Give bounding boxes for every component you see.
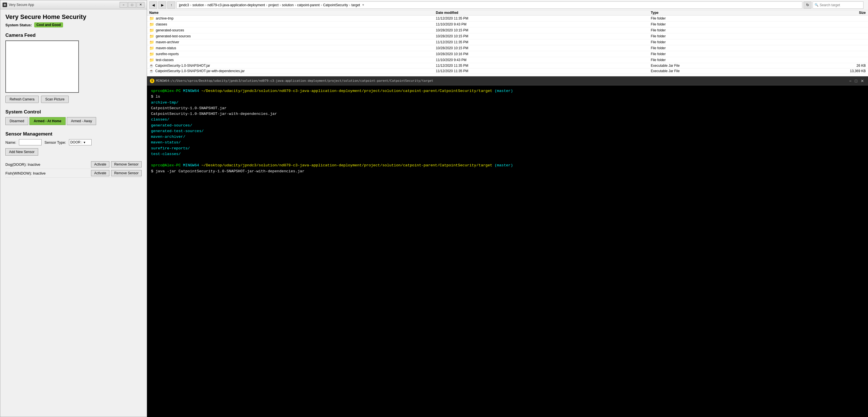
breadcrumb-deployment[interactable]: nd079-c3-java-application-deployment — [208, 3, 265, 7]
folder-icon: 📁 — [149, 16, 154, 21]
search-input[interactable] — [820, 3, 862, 7]
app-title: Very Secure App — [9, 3, 34, 7]
file-row[interactable]: 📁surefire-reports10/28/2020 10:16 PMFile… — [147, 51, 868, 57]
armed-at-home-button[interactable]: Armed - At Home — [29, 117, 66, 125]
file-date: 11/10/2020 9:43 PM — [436, 22, 651, 26]
file-name: 📁test-classes — [149, 58, 436, 62]
maximize-button[interactable]: □ — [128, 2, 136, 8]
file-name: 📁maven-archiver — [149, 40, 436, 44]
file-date: 11/10/2020 9:43 PM — [436, 58, 651, 62]
terminal-maximize-button[interactable]: □ — [854, 79, 858, 83]
file-size: 13,369 KB — [794, 69, 866, 73]
col-header-size[interactable]: Size — [794, 11, 866, 15]
refresh-camera-button[interactable]: Refresh Camera — [5, 96, 39, 103]
file-row[interactable]: 📁maven-archiver11/12/2020 11:35 PMFile f… — [147, 39, 868, 45]
file-row[interactable]: 📁classes11/10/2020 9:43 PMFile folder — [147, 22, 868, 27]
nav-up-button[interactable]: ↑ — [167, 1, 175, 9]
terminal-title-left: $ MINGW64:/c/Users/sprco/Desktop/udacity… — [150, 79, 433, 83]
terminal-line: sprco@Alex-PC MINGW64 ~/Desktop/udacity/… — [151, 163, 864, 168]
folder-icon: 📁 — [149, 40, 154, 44]
jar-icon: ☕ — [149, 69, 154, 73]
armed-away-button[interactable]: Armed - Away — [67, 117, 96, 125]
app-window: Very Secure App − □ ✕ Very Secure Home S… — [0, 0, 147, 417]
file-date: 10/28/2020 10:15 PM — [436, 46, 651, 50]
terminal-close-button[interactable]: ✕ — [860, 79, 865, 83]
breadcrumb-jpndc3[interactable]: jpndc3 — [179, 3, 189, 7]
file-row[interactable]: 📁maven-status10/28/2020 10:15 PMFile fol… — [147, 45, 868, 51]
col-header-type[interactable]: Type — [651, 11, 794, 15]
file-name: 📁maven-status — [149, 46, 436, 50]
file-row[interactable]: 📁archive-tmp11/12/2020 11:35 PMFile fold… — [147, 16, 868, 22]
terminal-line: generated-test-sources/ — [151, 128, 864, 134]
file-row[interactable]: ☕CatpointSecurity-1.0-SNAPSHOT.jar11/12/… — [147, 63, 868, 68]
file-name: 📁surefire-reports — [149, 52, 436, 56]
breadcrumb-project[interactable]: project — [268, 3, 279, 7]
minimize-button[interactable]: − — [120, 2, 127, 8]
breadcrumb-catpoint-security[interactable]: CatpointSecurity — [323, 3, 348, 7]
file-row[interactable]: 📁generated-test-sources10/28/2020 10:15 … — [147, 33, 868, 39]
explorer-nav: ◀ ▶ ↑ jpndc3 › solution › nd079-c3-java-… — [147, 0, 868, 10]
close-button[interactable]: ✕ — [136, 2, 145, 8]
nav-back-button[interactable]: ◀ — [149, 1, 157, 9]
refresh-explorer-button[interactable]: ↻ — [804, 1, 811, 9]
file-type: File folder — [651, 28, 794, 32]
terminal-line: maven-archiver/ — [151, 134, 864, 140]
col-header-date[interactable]: Date modified — [436, 11, 651, 15]
camera-buttons: Refresh Camera Scan Picture — [5, 96, 142, 103]
right-panel: ◀ ▶ ↑ jpndc3 › solution › nd079-c3-java-… — [147, 0, 868, 417]
sensor-actions-dog: Activate Remove Sensor — [91, 161, 142, 168]
file-date: 10/28/2020 10:15 PM — [436, 34, 651, 38]
sensor-name-fish: Fish(WINDOW): Inactive — [5, 171, 91, 175]
breadcrumb-catpoint-parent[interactable]: catpoint-parent — [297, 3, 320, 7]
sensor-type-label: Sensor Type: — [44, 140, 66, 145]
folder-icon: 📁 — [149, 22, 154, 27]
add-sensor-button[interactable]: Add New Sensor — [5, 148, 38, 156]
file-name: 📁generated-sources — [149, 28, 436, 33]
sensor-name-input[interactable] — [19, 139, 41, 145]
file-name: 📁classes — [149, 22, 436, 27]
breadcrumb-solution2[interactable]: solution — [282, 3, 293, 7]
folder-icon: 📁 — [149, 46, 154, 50]
sensor-type-select[interactable]: DOOR ▼ — [69, 139, 92, 145]
breadcrumb-solution[interactable]: solution — [192, 3, 204, 7]
disarmed-button[interactable]: Disarmed — [5, 117, 28, 125]
file-row[interactable]: ☕CatpointSecurity-1.0-SNAPSHOT-jar-with-… — [147, 68, 868, 74]
system-control-title: System Control — [5, 109, 142, 115]
app-content: Very Secure Home Security System Status:… — [0, 9, 147, 417]
remove-dog-button[interactable]: Remove Sensor — [111, 161, 142, 168]
folder-icon: 📁 — [149, 58, 154, 62]
jar-icon: ☕ — [149, 64, 154, 68]
file-type: File folder — [651, 17, 794, 20]
search-icon: 🔍 — [814, 3, 818, 7]
col-header-name[interactable]: Name — [149, 11, 436, 15]
terminal-line: maven-status/ — [151, 140, 864, 145]
file-date: 11/12/2020 11:35 PM — [436, 17, 651, 20]
app-main-title: Very Secure Home Security — [5, 13, 142, 21]
nav-forward-button[interactable]: ▶ — [158, 1, 166, 9]
activate-fish-button[interactable]: Activate — [91, 170, 110, 176]
breadcrumb-target[interactable]: target — [351, 3, 360, 7]
terminal-minimize-button[interactable]: − — [848, 79, 852, 83]
terminal-line — [151, 157, 864, 163]
sensor-row: Dog(DOOR): Inactive Activate Remove Sens… — [5, 160, 142, 169]
file-name: ☕CatpointSecurity-1.0-SNAPSHOT-jar-with-… — [149, 69, 436, 73]
terminal-body: sprco@Alex-PC MINGW64 ~/Desktop/udacity/… — [147, 85, 868, 417]
file-type: File folder — [651, 46, 794, 50]
sensor-form: Name: Sensor Type: DOOR ▼ — [5, 139, 142, 145]
scan-picture-button[interactable]: Scan Picture — [41, 96, 69, 103]
file-explorer: ◀ ▶ ↑ jpndc3 › solution › nd079-c3-java-… — [147, 0, 868, 77]
activate-dog-button[interactable]: Activate — [91, 161, 110, 168]
remove-fish-button[interactable]: Remove Sensor — [111, 170, 142, 176]
file-row[interactable]: 📁test-classes11/10/2020 9:43 PMFile fold… — [147, 57, 868, 63]
terminal: $ MINGW64:/c/Users/sprco/Desktop/udacity… — [147, 77, 868, 417]
terminal-line: CatpointSecurity-1.0-SNAPSHOT-jar-with-d… — [151, 111, 864, 117]
folder-icon: 📁 — [149, 28, 154, 33]
select-arrow-icon: ▼ — [82, 141, 86, 144]
sensor-actions-fish: Activate Remove Sensor — [91, 170, 142, 176]
file-name: ☕CatpointSecurity-1.0-SNAPSHOT.jar — [149, 64, 436, 68]
explorer-body: 📁archive-tmp11/12/2020 11:35 PMFile fold… — [147, 16, 868, 76]
breadcrumb-path: jpndc3 › solution › nd079-c3-java-applic… — [177, 1, 802, 9]
file-row[interactable]: 📁generated-sources10/28/2020 10:15 PMFil… — [147, 27, 868, 33]
terminal-line: classes/ — [151, 117, 864, 122]
file-date: 11/12/2020 11:35 PM — [436, 69, 651, 73]
